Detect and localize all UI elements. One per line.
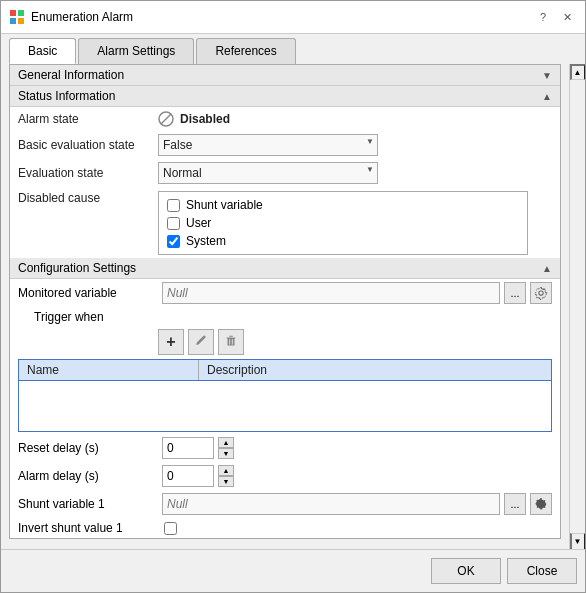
trigger-toolbar: + (10, 327, 560, 357)
shunt-variable-label: Shunt variable 1 (18, 497, 158, 511)
config-settings-label: Configuration Settings (18, 261, 136, 275)
edit-icon (194, 334, 208, 351)
tab-references[interactable]: References (196, 38, 295, 64)
shunt-variable-row: Shunt variable 1 ... (10, 490, 560, 518)
close-button[interactable]: Close (507, 558, 577, 584)
disabled-cause-box: Shunt variable User System (158, 191, 528, 255)
svg-rect-3 (18, 18, 24, 24)
scroll-down-button[interactable]: ▼ (570, 533, 586, 549)
alarm-delay-down[interactable]: ▼ (218, 476, 234, 487)
tab-content: General Information ▼ Status Information… (9, 64, 561, 539)
right-scrollbar: ▲ ▼ (569, 64, 585, 549)
alarm-state-text: Disabled (180, 112, 230, 126)
user-label: User (186, 216, 211, 230)
trigger-when-row: Trigger when (10, 307, 560, 327)
monitored-gear-button[interactable] (530, 282, 552, 304)
invert-shunt-row: Invert shunt value 1 (10, 518, 560, 538)
tab-alarm-settings[interactable]: Alarm Settings (78, 38, 194, 64)
svg-rect-1 (18, 10, 24, 16)
help-button[interactable]: ? (533, 7, 553, 27)
eval-state-dropdown-wrap: Normal (158, 162, 552, 184)
alarm-delay-spinner: ▲ ▼ (218, 465, 234, 487)
shunt-variable-input[interactable] (162, 493, 500, 515)
alarm-delay-row: Alarm delay (s) ▲ ▼ (10, 462, 560, 490)
eval-state-dropdown[interactable]: Normal (158, 162, 378, 184)
status-info-header[interactable]: Status Information ▲ (10, 86, 560, 107)
title-bar-controls: ? ✕ (533, 7, 577, 27)
monitored-variable-row: Monitored variable ... (10, 279, 560, 307)
shunt-label: Shunt variable (186, 198, 263, 212)
reset-delay-row: Reset delay (s) ▲ ▼ (10, 434, 560, 462)
basic-eval-row: Basic evaluation state False (10, 131, 560, 159)
alarm-delay-label: Alarm delay (s) (18, 469, 158, 483)
monitored-label: Monitored variable (18, 286, 158, 300)
add-button[interactable]: + (158, 329, 184, 355)
reset-delay-down[interactable]: ▼ (218, 448, 234, 459)
user-checkbox[interactable] (167, 217, 180, 230)
eval-state-row: Evaluation state Normal (10, 159, 560, 187)
delete-button[interactable] (218, 329, 244, 355)
reset-delay-input[interactable] (162, 437, 214, 459)
status-info-collapse-icon: ▲ (542, 91, 552, 102)
alarm-state-row: Alarm state Disabled (10, 107, 560, 131)
general-info-header[interactable]: General Information ▼ (10, 65, 560, 86)
table-col-name: Name (19, 360, 199, 380)
bottom-bar: OK Close (1, 549, 585, 592)
trigger-table: Name Description (18, 359, 552, 432)
enumeration-alarm-window: Enumeration Alarm ? ✕ Basic Alarm Settin… (0, 0, 586, 593)
eval-state-label: Evaluation state (18, 166, 158, 180)
svg-line-5 (161, 114, 171, 124)
config-settings-header[interactable]: Configuration Settings ▲ (10, 258, 560, 279)
alarm-state-value-area: Disabled (158, 111, 552, 127)
content-area: General Information ▼ Status Information… (1, 64, 585, 549)
svg-rect-0 (10, 10, 16, 16)
scroll-up-button[interactable]: ▲ (570, 64, 586, 80)
window-icon (9, 9, 25, 25)
general-info-label: General Information (18, 68, 124, 82)
trigger-label: Trigger when (18, 310, 158, 324)
reset-delay-spinner: ▲ ▼ (218, 437, 234, 459)
shunt-gear-button[interactable] (530, 493, 552, 515)
disabled-cause-system: System (167, 232, 519, 250)
basic-eval-dropdown[interactable]: False (158, 134, 378, 156)
gear-icon (534, 286, 548, 300)
edit-button[interactable] (188, 329, 214, 355)
monitored-input[interactable] (162, 282, 500, 304)
status-info-label: Status Information (18, 89, 115, 103)
config-settings-collapse-icon: ▲ (542, 263, 552, 274)
shunt-gear-icon (534, 497, 548, 511)
basic-eval-dropdown-container: False (158, 134, 378, 156)
delete-icon (224, 334, 238, 351)
system-label: System (186, 234, 226, 248)
general-info-collapse-icon: ▼ (542, 70, 552, 81)
reset-delay-label: Reset delay (s) (18, 441, 158, 455)
add-icon: + (166, 333, 175, 351)
invert-shunt-checkbox[interactable] (164, 522, 177, 535)
reset-delay-up[interactable]: ▲ (218, 437, 234, 448)
invert-shunt-label: Invert shunt value 1 (18, 521, 158, 535)
disabled-cause-user: User (167, 214, 519, 232)
scrollable-content[interactable]: General Information ▼ Status Information… (1, 64, 569, 549)
table-header: Name Description (19, 360, 551, 381)
close-window-button[interactable]: ✕ (557, 7, 577, 27)
alarm-state-label: Alarm state (18, 112, 158, 126)
table-body (19, 381, 551, 431)
title-bar: Enumeration Alarm ? ✕ (1, 1, 585, 34)
shunt-checkbox[interactable] (167, 199, 180, 212)
shunt-dots-button[interactable]: ... (504, 493, 526, 515)
alarm-delay-up[interactable]: ▲ (218, 465, 234, 476)
disabled-cause-label: Disabled cause (18, 191, 158, 205)
disabled-cause-row: Disabled cause Shunt variable User Sy (10, 187, 560, 258)
basic-eval-dropdown-wrap: False (158, 134, 552, 156)
system-checkbox[interactable] (167, 235, 180, 248)
tabs-bar: Basic Alarm Settings References (1, 34, 585, 64)
table-col-description: Description (199, 360, 551, 380)
disabled-icon (158, 111, 174, 127)
tab-basic[interactable]: Basic (9, 38, 76, 64)
ok-button[interactable]: OK (431, 558, 501, 584)
svg-rect-2 (10, 18, 16, 24)
alarm-delay-input[interactable] (162, 465, 214, 487)
monitored-dots-button[interactable]: ... (504, 282, 526, 304)
basic-eval-label: Basic evaluation state (18, 138, 158, 152)
eval-state-dropdown-container: Normal (158, 162, 378, 184)
